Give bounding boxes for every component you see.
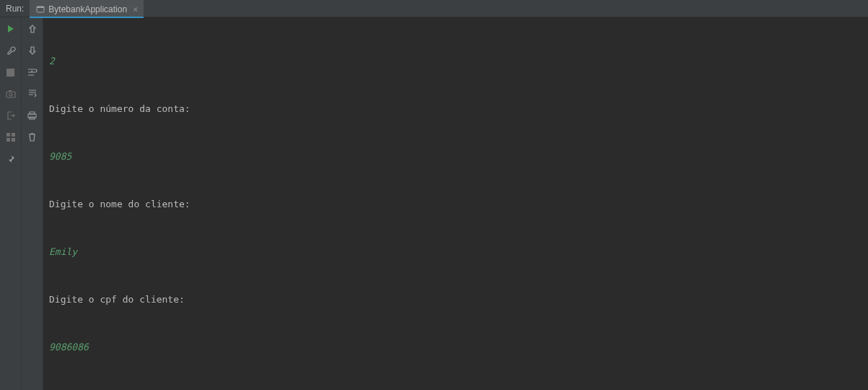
down-arrow-button[interactable]: [25, 43, 40, 58]
trash-button[interactable]: [25, 130, 40, 144]
camera-button[interactable]: [4, 87, 18, 101]
svg-rect-3: [6, 92, 15, 98]
left-toolbar-1: [0, 17, 22, 390]
rerun-button[interactable]: [4, 22, 18, 36]
stop-button[interactable]: [4, 65, 18, 79]
run-label: Run:: [0, 4, 30, 14]
console-input: 9085: [49, 149, 862, 165]
left-toolbar-2: [22, 17, 43, 390]
svg-rect-6: [6, 133, 10, 136]
console-input: Emily: [49, 244, 862, 260]
run-tab[interactable]: BytebankApplication ×: [30, 0, 144, 17]
exit-button[interactable]: [4, 108, 18, 123]
svg-rect-9: [12, 138, 15, 142]
svg-rect-2: [6, 69, 14, 77]
console-text: Digite o número da conta:: [49, 101, 862, 117]
layout-button[interactable]: [4, 130, 18, 144]
console-input: 9086086: [49, 339, 862, 355]
top-bar: Run: BytebankApplication ×: [0, 0, 868, 17]
svg-rect-7: [12, 133, 15, 136]
console-text: Digite o cpf do cliente:: [49, 292, 862, 308]
console-output[interactable]: 2 Digite o número da conta: 9085 Digite …: [43, 17, 868, 390]
pin-button[interactable]: [4, 152, 18, 166]
console-text: Digite o email do cliente:: [49, 387, 862, 390]
tab-label: BytebankApplication: [48, 4, 127, 14]
svg-rect-8: [6, 138, 10, 142]
close-icon[interactable]: ×: [133, 4, 138, 14]
run-config-icon: [35, 4, 45, 14]
print-button[interactable]: [25, 108, 40, 123]
svg-rect-5: [9, 90, 12, 92]
svg-point-4: [9, 93, 12, 96]
up-arrow-button[interactable]: [25, 22, 40, 36]
soft-wrap-button[interactable]: [25, 65, 40, 79]
svg-rect-1: [37, 6, 44, 8]
scroll-end-button[interactable]: [25, 87, 40, 101]
wrench-button[interactable]: [4, 43, 18, 58]
console-input: 2: [49, 53, 862, 69]
console-text: Digite o nome do cliente:: [49, 196, 862, 212]
main-area: 2 Digite o número da conta: 9085 Digite …: [0, 17, 868, 390]
